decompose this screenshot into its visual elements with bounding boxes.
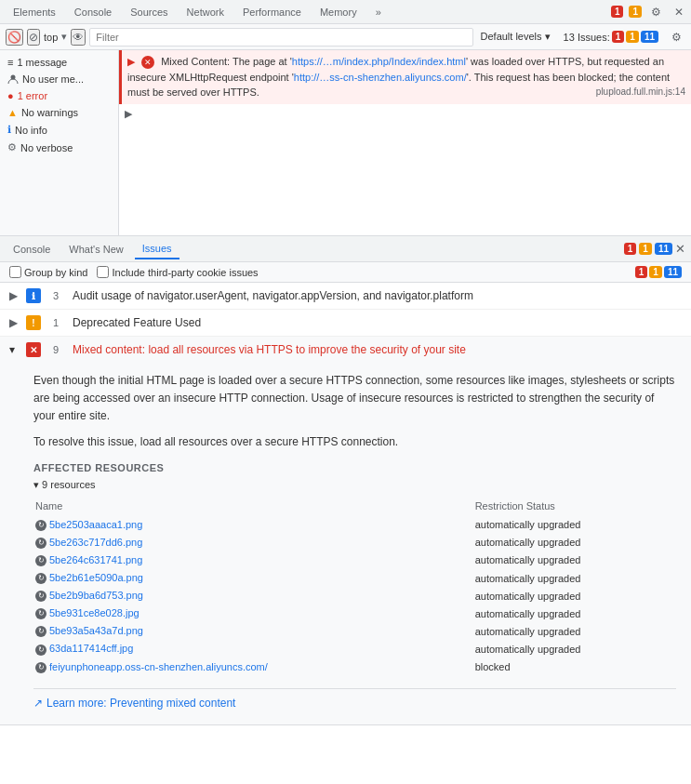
issue-row-3-expanded: ▾ ✕ 9 Mixed content: load all resources … [0, 337, 691, 725]
resource-status: automatically upgraded [475, 570, 674, 586]
resource-name-link[interactable]: 63da117414cff.jpg [49, 643, 133, 654]
console-sidebar: ≡ 1 message No user me... ● 1 error ▲ No… [0, 50, 119, 235]
messages-icon: ≡ [7, 57, 13, 68]
issues-list: ▶ ℹ 3 Audit usage of navigator.userAgent… [0, 283, 691, 784]
group-by-kind-checkbox[interactable]: Group by kind [9, 266, 87, 278]
issue-3-body: Even though the initial HTML page is loa… [0, 363, 691, 724]
top-right-icons: 1 1 ⚙ ✕ [611, 4, 687, 20]
sidebar-item-messages[interactable]: ≡ 1 message [0, 54, 118, 71]
verbose-label: No verbose [20, 142, 73, 153]
top-label: top [44, 32, 58, 43]
info-icon: ℹ [7, 124, 11, 136]
resource-name-link[interactable]: 5be264c631741.png [49, 554, 142, 565]
devtools-window: Elements Console Sources Network Perform… [0, 0, 691, 784]
issues-badge-yellow: 1 [626, 31, 639, 43]
table-row: ↻feiyunphoneapp.oss-cn-shenzhen.aliyuncs… [35, 659, 674, 675]
tab-whats-new[interactable]: What's New [61, 240, 130, 259]
issue-3-type-badge: ✕ [26, 342, 41, 357]
resource-status: automatically upgraded [475, 623, 674, 639]
issue-2-type-badge: ! [26, 315, 41, 330]
learn-more-link[interactable]: ↗ Learn more: Preventing mixed content [33, 688, 676, 710]
resource-name-link[interactable]: 5be2b9ba6d753.png [49, 590, 143, 601]
resource-status: automatically upgraded [475, 588, 674, 604]
filter-icon[interactable]: ⊘ [27, 29, 40, 46]
tab-console[interactable]: Console [65, 0, 121, 23]
issue-3-para1: Even though the initial HTML page is loa… [33, 372, 676, 426]
issue-row-1[interactable]: ▶ ℹ 3 Audit usage of navigator.userAgent… [0, 283, 691, 310]
resource-type-icon: ↻ [35, 555, 47, 566]
tab-more[interactable]: » [366, 0, 391, 23]
verbose-icon: ⚙ [7, 141, 17, 153]
error-circle-icon: ● [7, 90, 14, 101]
issue-2-count: 1 [47, 317, 65, 328]
default-levels-button[interactable]: Default levels ▾ [477, 29, 554, 45]
issue-3-section-title: AFFECTED RESOURCES [33, 462, 676, 473]
sidebar-item-warnings[interactable]: ▲ No warnings [0, 104, 118, 121]
info-label: No info [15, 125, 47, 136]
error-circle: ✕ [141, 56, 154, 69]
issue-1-type-badge: ℹ [26, 288, 41, 303]
table-row: ↻5be263c717dd6.pngautomatically upgraded [35, 535, 674, 551]
user-messages-label: No user me... [22, 73, 84, 85]
resource-type-icon: ↻ [35, 662, 47, 673]
resource-name-link[interactable]: 5be93a5a43a7d.png [49, 625, 143, 636]
error-badge: 1 [611, 6, 624, 18]
third-party-input[interactable] [97, 266, 109, 278]
issues-toolbar: Group by kind Include third-party cookie… [0, 262, 691, 283]
issue-3-title: Mixed content: load all resources via HT… [73, 343, 466, 356]
console-expand-arrow[interactable]: ▶ [125, 108, 132, 119]
tab-network[interactable]: Network [178, 0, 233, 23]
issue-2-title: Deprecated Feature Used [73, 316, 201, 329]
resources-toggle[interactable]: ▾ 9 resources [33, 479, 676, 491]
file-reference: plupload.full.min.js:14 [596, 85, 685, 99]
sidebar-item-verbose[interactable]: ⚙ No verbose [0, 139, 118, 156]
sidebar-item-errors[interactable]: ● 1 error [0, 87, 118, 104]
sidebar-item-user-messages[interactable]: No user me... [0, 71, 118, 87]
resource-type-icon: ↻ [35, 573, 47, 584]
close-icon[interactable]: ✕ [671, 4, 687, 20]
error-expand-arrow[interactable]: ▶ [127, 56, 135, 67]
group-by-kind-input[interactable] [9, 266, 21, 278]
tab-console-panel[interactable]: Console [6, 240, 58, 259]
warnings-label: No warnings [21, 107, 78, 118]
resource-name-link[interactable]: 5be263c717dd6.png [49, 537, 142, 548]
panel-tab-bar: Console What's New Issues 1 1 11 ✕ [0, 236, 691, 262]
resource-status: automatically upgraded [475, 517, 674, 533]
tab-sources[interactable]: Sources [121, 0, 177, 23]
tab-issues[interactable]: Issues [135, 239, 179, 259]
resource-name-link[interactable]: 5be931ce8e028.jpg [49, 607, 140, 618]
clear-console-icon[interactable]: 🚫 [6, 29, 23, 46]
eye-icon[interactable]: 👁 [71, 29, 86, 46]
issue-1-count: 3 [47, 290, 65, 301]
error-url1[interactable]: https://…m/index.php/Index/index.html [292, 56, 466, 67]
warning-badge: 1 [629, 6, 642, 18]
col-name-header: Name [35, 498, 473, 515]
resource-status: automatically upgraded [475, 535, 674, 551]
warning-triangle-icon: ▲ [7, 107, 18, 118]
issues-badge-blue: 11 [641, 31, 658, 43]
settings-gear-icon[interactable]: ⚙ [668, 29, 685, 46]
sidebar-item-info[interactable]: ℹ No info [0, 121, 118, 139]
tab-performance[interactable]: Performance [233, 0, 311, 23]
resource-name-link[interactable]: 5be2503aaaca1.png [49, 519, 142, 530]
panel-badge-blue: 11 [655, 243, 672, 255]
user-icon [7, 73, 19, 85]
group-by-kind-label: Group by kind [24, 267, 87, 278]
third-party-label: Include third-party cookie issues [112, 267, 258, 278]
error-url2[interactable]: http://…ss-cn-shenzhen.aliyuncs.com/ [294, 72, 467, 83]
issue-row-2[interactable]: ▶ ! 1 Deprecated Feature Used [0, 310, 691, 337]
issue-3-count: 9 [47, 344, 65, 355]
panel-close-button[interactable]: ✕ [675, 242, 685, 256]
messages-label: 1 message [17, 57, 67, 68]
tab-elements[interactable]: Elements [4, 0, 65, 23]
issue-3-para2: To resolve this issue, load all resource… [33, 433, 676, 451]
resource-name-link[interactable]: 5be2b61e5090a.png [49, 572, 143, 583]
resource-name-link[interactable]: feiyunphoneapp.oss-cn-shenzhen.aliyuncs.… [49, 661, 268, 672]
resource-type-icon: ↻ [35, 644, 47, 656]
resource-type-icon: ↻ [35, 626, 47, 637]
filter-input[interactable] [89, 28, 472, 47]
issue-3-header[interactable]: ▾ ✕ 9 Mixed content: load all resources … [0, 337, 691, 363]
settings-icon[interactable]: ⚙ [647, 4, 665, 20]
tab-memory[interactable]: Memory [311, 0, 366, 23]
third-party-checkbox[interactable]: Include third-party cookie issues [97, 266, 258, 278]
